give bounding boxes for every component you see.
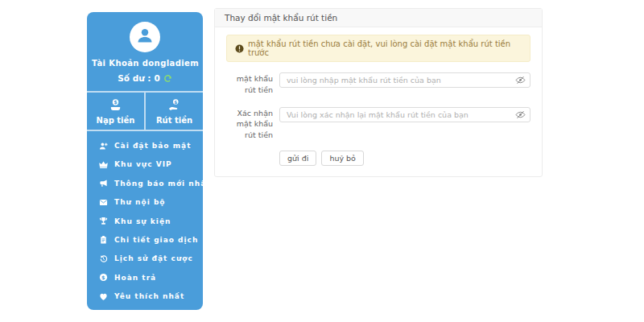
withdraw-label: Rút tiền [156,116,192,125]
withdrawal-password-input[interactable] [279,72,530,88]
sidebar-item-label: Lịch sử đặt cược [114,254,193,262]
sidebar-item-inbox[interactable]: Thư nội bộ [87,193,203,211]
sidebar-item-transaction-details[interactable]: Chi tiết giao dịch [87,231,203,249]
withdraw-button[interactable]: $ Rút tiền [146,93,203,130]
eye-slash-icon[interactable] [515,108,526,118]
sidebar-item-label: Thông báo mới nhất [114,180,203,188]
sidebar-item-label: Yêu thích nhất [114,292,184,300]
sidebar-item-label: Cài đặt bảo mật [114,142,191,150]
sidebar-item-label: Thư nội bộ [114,198,166,206]
sidebar-item-security-settings[interactable]: Cài đặt bảo mật [87,137,203,155]
warning-alert: mật khẩu rút tiền chưa cài đặt, vui lòng… [226,35,530,62]
sidebar-item-bet-history[interactable]: Lịch sử đặt cược [87,250,203,267]
sidebar-item-cashback[interactable]: $ Hoàn trả [87,269,203,287]
password-input-wrap [279,71,530,96]
confirm-password-field-label: Xác nhận mật khẩu rút tiền [226,105,273,141]
refresh-balance-icon[interactable] [163,74,172,83]
svg-text:$: $ [101,275,105,281]
balance-row: Số dư : 0 [92,73,198,83]
sidebar-item-label: Khu sự kiện [114,217,171,225]
crown-icon [99,160,108,169]
alert-text: mật khẩu rút tiền chưa cài đặt, vui lòng… [248,39,522,57]
sidebar-item-events[interactable]: Khu sự kiện [87,213,203,230]
sidebar-item-favorites[interactable]: Yêu thích nhất [87,287,203,305]
sidebar-menu: Cài đặt bảo mật Khu vực VIP [87,131,203,310]
sidebar-item-label: Chi tiết giao dịch [114,236,198,244]
panel-body: mật khẩu rút tiền chưa cài đặt, vui lòng… [215,27,542,176]
eye-slash-icon[interactable] [515,73,526,84]
form-row-confirm-password: Xác nhận mật khẩu rút tiền [226,105,530,141]
panel-title: Thay đổi mật khẩu rút tiền [215,9,542,27]
form-row-password: mật khẩu rút tiền [226,71,530,96]
clipboard-icon [99,235,108,244]
avatar [130,22,160,52]
envelope-icon [99,198,108,207]
history-icon [99,254,108,263]
wallet-actions: $ Nạp tiền $ Rút tiền [87,93,203,130]
account-username: dongladiem [142,59,199,68]
withdraw-hand-coin-icon: $ [167,98,181,114]
submit-button[interactable]: gửi đi [279,151,316,166]
megaphone-icon [99,179,108,188]
change-withdrawal-password-panel: Thay đổi mật khẩu rút tiền mật khẩu rút … [214,8,543,177]
svg-text:$: $ [114,99,117,105]
sidebar-item-vip[interactable]: Khu vực VIP [87,155,203,173]
sidebar: Tài Khoản dongladiem Số dư : 0 [87,12,203,310]
sidebar-item-announcements[interactable]: Thông báo mới nhất [87,175,203,192]
exclamation-circle-icon [235,44,244,53]
confirm-password-input-wrap [279,105,530,141]
account-label: Tài Khoản [92,59,139,68]
deposit-coin-icon: $ [109,98,122,114]
deposit-button[interactable]: $ Nạp tiền [87,93,144,130]
svg-text:$: $ [174,99,177,104]
password-field-label: mật khẩu rút tiền [226,71,273,96]
form-buttons: gửi đi huỷ bỏ [279,151,530,166]
account-section: Tài Khoản dongladiem Số dư : 0 [87,12,203,91]
trophy-icon [99,217,108,225]
user-settings-icon [99,142,108,151]
heart-icon [99,292,108,301]
balance-value: 0 [154,73,159,83]
confirm-withdrawal-password-input[interactable] [279,107,530,122]
balance-label: Số dư : [118,73,151,83]
deposit-label: Nạp tiền [97,116,135,125]
user-icon [135,26,155,48]
refund-dollar-icon: $ [99,273,108,282]
sidebar-item-label: Khu vực VIP [114,160,172,168]
account-name: Tài Khoản dongladiem [92,59,198,68]
page: Tài Khoản dongladiem Số dư : 0 [0,0,644,322]
sidebar-item-label: Hoàn trả [114,274,156,282]
cancel-button[interactable]: huỷ bỏ [321,151,364,166]
